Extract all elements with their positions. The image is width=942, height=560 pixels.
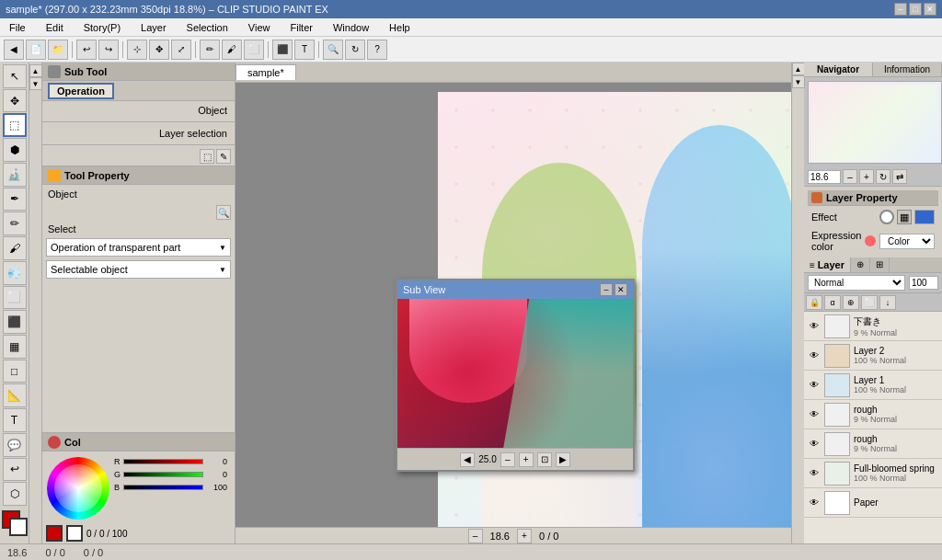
layer-ref-btn[interactable]: ⊕ bbox=[843, 295, 859, 310]
layer-opacity-input[interactable] bbox=[909, 276, 938, 290]
toolbar-brush-btn[interactable]: 🖌 bbox=[222, 40, 242, 60]
tool-text[interactable]: T bbox=[3, 408, 27, 432]
tool-gradient[interactable]: ▦ bbox=[3, 335, 27, 359]
lp-tab-icon2[interactable]: ⊞ bbox=[870, 257, 890, 272]
nav-zoom-in-btn[interactable]: + bbox=[859, 169, 874, 184]
nav-zoom-input[interactable] bbox=[808, 170, 841, 184]
effect-color-btn[interactable] bbox=[914, 210, 935, 224]
toolbar-undo-btn[interactable]: ↩ bbox=[76, 40, 97, 60]
bg-color-swatch[interactable] bbox=[66, 525, 83, 542]
canvas-tab-sample[interactable]: sample* bbox=[236, 64, 296, 80]
toolbar-move-btn[interactable]: ✥ bbox=[149, 40, 169, 60]
sub-view-next-btn[interactable]: ▶ bbox=[556, 452, 570, 467]
tool-fill[interactable]: ⬛ bbox=[3, 310, 27, 334]
layer-alpha-btn[interactable]: α bbox=[824, 295, 841, 310]
layer-down-btn[interactable]: ↓ bbox=[879, 295, 896, 310]
tool-correct[interactable]: ↩ bbox=[3, 458, 27, 482]
expr-color-dropdown[interactable]: Color bbox=[879, 234, 935, 249]
menu-help[interactable]: Help bbox=[384, 20, 416, 35]
nav-flip-btn[interactable]: ⇄ bbox=[892, 169, 907, 184]
layer-eye-0[interactable]: 👁 bbox=[808, 321, 821, 331]
menu-file[interactable]: File bbox=[4, 20, 31, 35]
layer-item-2[interactable]: 👁 Layer 1 100 % Normal bbox=[804, 371, 942, 400]
effect-sq-btn1[interactable]: ▦ bbox=[897, 210, 912, 224]
tab-navigator[interactable]: Navigator bbox=[804, 63, 873, 76]
menu-selection[interactable]: Selection bbox=[181, 20, 234, 35]
sub-view-min-btn[interactable]: – bbox=[600, 283, 613, 296]
menu-story[interactable]: Story(P) bbox=[78, 20, 126, 35]
menu-filter[interactable]: Filter bbox=[285, 20, 318, 35]
right-scroll-down[interactable]: ▼ bbox=[792, 75, 805, 88]
tool-select[interactable]: ⬚ bbox=[3, 113, 27, 137]
canvas-viewport[interactable]: Sub View – ✕ ◀ 25.0 – + bbox=[236, 83, 791, 527]
toolbar-eraser-btn[interactable]: ⬜ bbox=[244, 40, 264, 60]
toolbar-fill-btn[interactable]: ⬛ bbox=[272, 40, 293, 60]
effect-circle-btn[interactable] bbox=[879, 210, 894, 224]
close-button[interactable]: ✕ bbox=[924, 3, 936, 16]
operation-tab-btn[interactable]: Operation bbox=[48, 83, 114, 99]
layer-mode-select[interactable]: Normal bbox=[808, 275, 905, 291]
layer-item-4[interactable]: 👁 rough 9 % Normal bbox=[804, 429, 942, 459]
layer-eye-3[interactable]: 👁 bbox=[808, 409, 821, 419]
layer-item-1[interactable]: 👁 Layer 2 100 % Normal bbox=[804, 341, 942, 371]
tool-autoselect[interactable]: ⬢ bbox=[3, 138, 27, 162]
fg-color-swatch[interactable] bbox=[46, 525, 63, 542]
lp-tab-layer[interactable]: ≡ Layer bbox=[804, 257, 851, 272]
maximize-button[interactable]: □ bbox=[909, 3, 922, 16]
sub-view-prev-btn[interactable]: ◀ bbox=[460, 452, 475, 467]
tool-ruler[interactable]: 📐 bbox=[3, 383, 27, 407]
toolbar-text-btn[interactable]: T bbox=[294, 40, 315, 60]
layer-eye-1[interactable]: 👁 bbox=[808, 350, 821, 360]
tool-balloon[interactable]: 💬 bbox=[3, 433, 27, 457]
color-wheel[interactable] bbox=[47, 457, 109, 520]
layer-item-3[interactable]: 👁 rough 9 % Normal bbox=[804, 400, 942, 429]
menu-layer[interactable]: Layer bbox=[135, 20, 172, 35]
layer-item-0[interactable]: 👁 下書き 9 % Normal bbox=[804, 312, 942, 341]
navigator-preview[interactable] bbox=[808, 81, 942, 164]
tab-information[interactable]: Information bbox=[873, 63, 942, 76]
toolbar-redo-btn[interactable]: ↪ bbox=[98, 40, 119, 60]
layer-lock-btn[interactable]: 🔒 bbox=[806, 295, 822, 310]
tool-pen[interactable]: ✒ bbox=[3, 188, 27, 211]
transparent-part-dropdown[interactable]: Operation of transparent part ▼ bbox=[46, 238, 231, 257]
left-col-down[interactable]: ▼ bbox=[29, 77, 42, 90]
canvas-zoom-in-btn[interactable]: + bbox=[517, 529, 532, 543]
tool-pencil[interactable]: ✏ bbox=[3, 211, 27, 235]
background-color[interactable] bbox=[9, 518, 28, 536]
layer-item-5[interactable]: 👁 Full-bloomed spring 100 % Normal bbox=[804, 459, 942, 488]
lp-tab-icon1[interactable]: ⊕ bbox=[851, 257, 870, 272]
tool-operation[interactable]: ↖ bbox=[3, 64, 27, 88]
nav-rotate-btn[interactable]: ↻ bbox=[876, 169, 890, 184]
toolbar-pen-btn[interactable]: ✏ bbox=[200, 40, 220, 60]
sub-view-fit-btn[interactable]: ⊡ bbox=[537, 452, 552, 467]
menu-edit[interactable]: Edit bbox=[40, 20, 69, 35]
left-col-up[interactable]: ▲ bbox=[29, 64, 42, 77]
g-slider[interactable] bbox=[123, 472, 203, 477]
toolbar-zoom-btn[interactable]: 🔍 bbox=[323, 40, 343, 60]
search-icon[interactable]: 🔍 bbox=[216, 205, 231, 220]
sub-view-zoom-out[interactable]: – bbox=[500, 452, 515, 467]
menu-view[interactable]: View bbox=[243, 20, 276, 35]
layer-eye-6[interactable]: 👁 bbox=[808, 497, 821, 508]
layer-eye-5[interactable]: 👁 bbox=[808, 468, 821, 478]
toolbar-transform-btn[interactable]: ⤢ bbox=[171, 40, 191, 60]
toolbar-rotate-btn[interactable]: ↻ bbox=[345, 40, 365, 60]
right-scroll-up[interactable]: ▲ bbox=[792, 63, 805, 75]
b-slider[interactable] bbox=[123, 485, 203, 490]
tool-eyedrop[interactable]: 🔬 bbox=[3, 163, 27, 187]
toolbar-new-btn[interactable]: 📄 bbox=[26, 40, 46, 60]
tool-brush[interactable]: 🖌 bbox=[3, 236, 27, 260]
canvas-zoom-out-btn[interactable]: – bbox=[468, 529, 483, 543]
toolbar-open-btn[interactable]: 📁 bbox=[48, 40, 68, 60]
sub-tool-btn2[interactable]: ✎ bbox=[216, 149, 231, 164]
tool-eraser[interactable]: ⬜ bbox=[3, 286, 27, 310]
layer-item-6[interactable]: 👁 Paper bbox=[804, 488, 942, 518]
tool-3d[interactable]: ⬡ bbox=[3, 482, 27, 506]
menu-window[interactable]: Window bbox=[327, 20, 374, 35]
toolbar-help-btn[interactable]: ? bbox=[367, 40, 387, 60]
toolbar-select-btn[interactable]: ⊹ bbox=[127, 40, 147, 60]
selectable-object-dropdown[interactable]: Selectable object ▼ bbox=[46, 260, 231, 279]
layer-eye-2[interactable]: 👁 bbox=[808, 380, 821, 390]
tool-move[interactable]: ✥ bbox=[3, 89, 27, 113]
nav-zoom-out-btn[interactable]: – bbox=[843, 169, 857, 184]
